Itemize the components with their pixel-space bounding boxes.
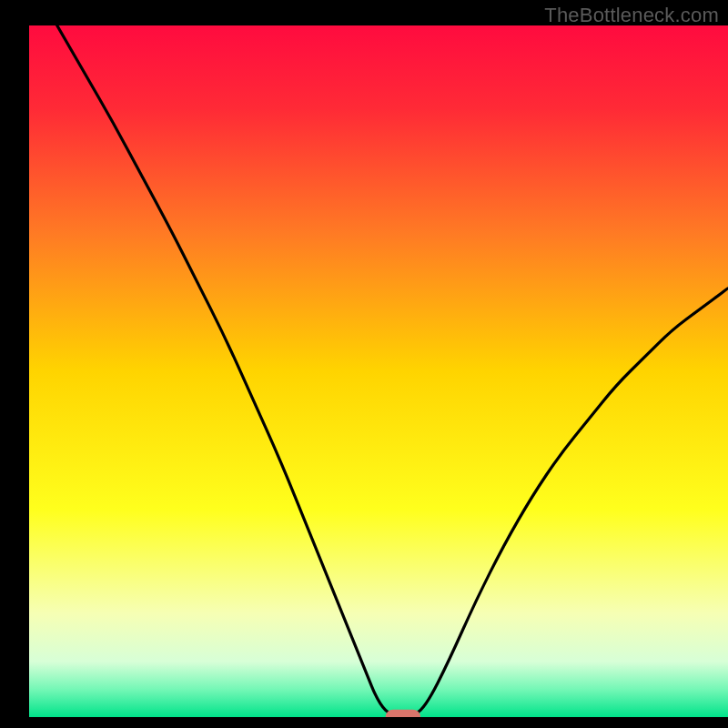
gradient-background — [29, 25, 728, 717]
attribution-text: TheBottleneck.com — [544, 4, 719, 27]
optimal-marker — [386, 710, 420, 725]
chart-frame: TheBottleneck.com — [0, 0, 728, 728]
bottleneck-chart — [0, 0, 728, 728]
